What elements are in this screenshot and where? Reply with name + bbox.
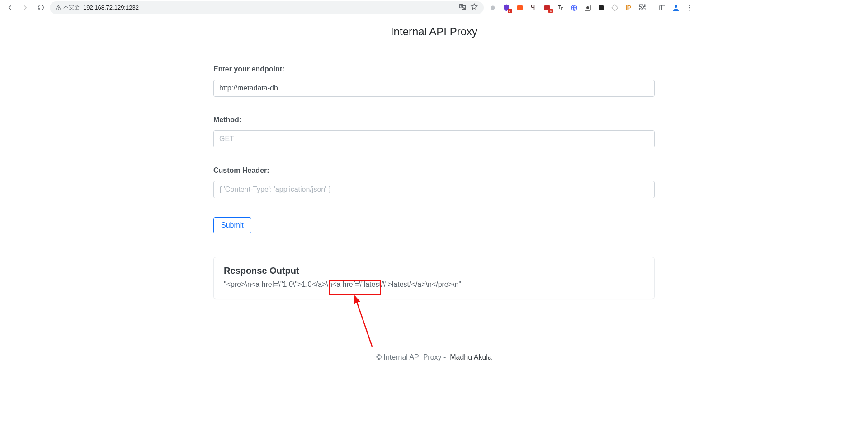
ext-record-icon[interactable] [583,3,592,12]
footer: © Internal API Proxy - Madhu Akula [213,353,655,361]
svg-rect-3 [517,5,523,10]
toolbar-separator [652,4,652,12]
ext-paragraph-icon[interactable] [529,3,538,12]
reload-button[interactable] [34,1,47,14]
header-label: Custom Header: [213,166,655,175]
ext-orange-icon[interactable] [515,3,524,12]
svg-point-7 [587,6,589,9]
ext-shield-icon[interactable]: 7 [502,3,511,12]
endpoint-input[interactable] [213,80,655,97]
svg-point-10 [675,5,677,8]
ext-translate2-icon[interactable] [556,3,565,12]
svg-point-2 [491,5,495,10]
side-panel-icon[interactable] [658,3,667,12]
page-content: Internal API Proxy Enter your endpoint: … [208,15,660,380]
svg-point-0 [58,9,59,9]
svg-line-14 [355,296,372,347]
svg-rect-9 [660,5,665,10]
back-button[interactable] [4,1,16,14]
ext-sphere-icon[interactable] [570,3,579,12]
extensions-puzzle-icon[interactable] [637,3,646,12]
response-card: Response Output "<pre>\n<a href=\"1.0\">… [213,257,655,299]
not-secure-label: 不安全 [63,4,80,11]
ext-badge: 7 [508,9,512,13]
forward-button[interactable] [19,1,32,14]
address-bar[interactable]: 不安全 192.168.72.129:1232 [50,1,484,14]
address-bar-right [458,3,478,12]
svg-point-12 [689,7,690,8]
extension-icons: 7 3 IP [486,3,696,12]
svg-rect-8 [599,5,604,10]
ext-dot-icon[interactable] [488,3,497,12]
security-indicator[interactable]: 不安全 [55,4,80,11]
ext-diamond-icon[interactable] [610,3,619,12]
submit-button[interactable]: Submit [213,217,251,233]
ext-badge-2: 3 [548,9,553,13]
browser-toolbar: 不安全 192.168.72.129:1232 7 3 IP [0,0,868,15]
method-input[interactable] [213,130,655,147]
endpoint-label: Enter your endpoint: [213,65,655,73]
footer-author-link[interactable]: Madhu Akula [450,353,492,361]
page-title: Internal API Proxy [213,25,655,38]
header-input[interactable] [213,181,655,198]
warning-icon [55,5,61,11]
ext-dark-square-icon[interactable] [597,3,606,12]
svg-point-13 [689,9,690,10]
method-label: Method: [213,116,655,124]
translate-icon[interactable] [458,3,467,12]
profile-icon[interactable] [671,3,680,12]
kebab-menu-icon[interactable] [685,3,694,12]
annotation-arrow [349,295,377,351]
ext-red-badge-icon[interactable]: 3 [542,3,552,12]
star-icon[interactable] [470,3,478,12]
url-text: 192.168.72.129:1232 [83,4,139,11]
response-title: Response Output [224,266,644,276]
svg-point-11 [689,5,690,6]
footer-prefix: © Internal API Proxy - [376,353,446,361]
ext-ip-icon[interactable]: IP [624,3,633,12]
response-body: "<pre>\n<a href=\"1.0\">1.0</a>\n<a href… [224,280,644,289]
